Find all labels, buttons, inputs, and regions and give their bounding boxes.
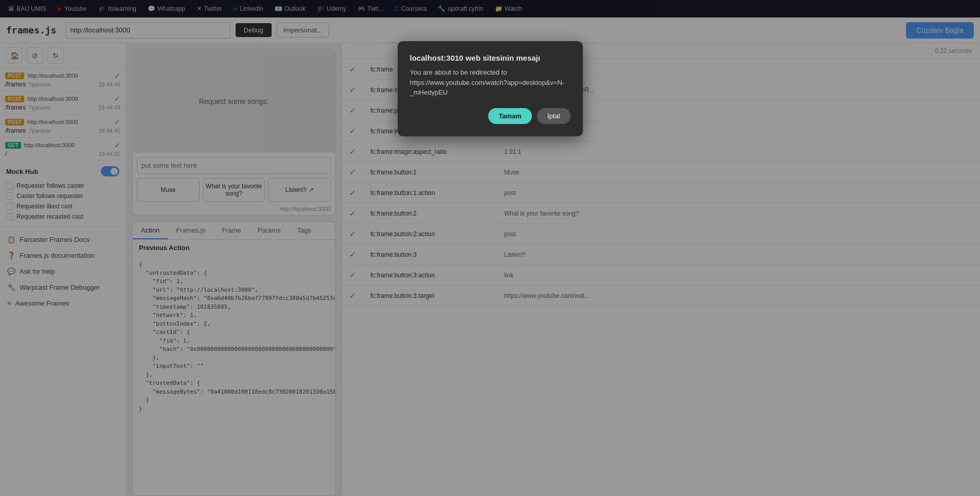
modal-ok-button[interactable]: Tamam: [488, 108, 532, 124]
modal-box: localhost:3010 web sitesinin mesajı You …: [398, 41, 583, 136]
modal-title: localhost:3010 web sitesinin mesajı: [410, 54, 571, 62]
modal-buttons: Tamam İptal: [410, 108, 571, 124]
modal-cancel-button[interactable]: İptal: [537, 108, 571, 124]
modal-overlay: localhost:3010 web sitesinin mesajı You …: [0, 0, 980, 496]
modal-body: You are about to be redirected to https:…: [410, 67, 571, 98]
